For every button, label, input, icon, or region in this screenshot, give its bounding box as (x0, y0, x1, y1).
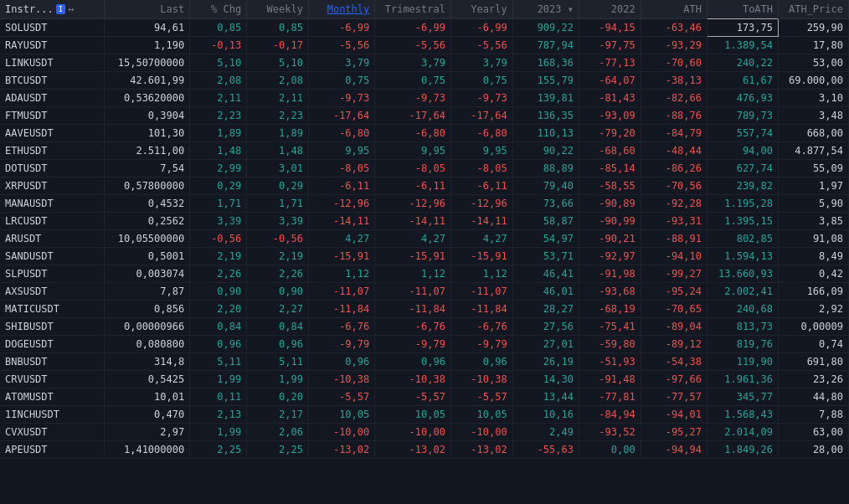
cell-trimestral: -15,91 (375, 248, 451, 265)
cell-athprice: 8,49 (779, 248, 849, 265)
cell-trimestral: 1,12 (375, 265, 451, 283)
header-last[interactable]: Last (105, 0, 190, 19)
cell-athprice: 7,88 (779, 406, 849, 424)
cell-athprice: 53,00 (779, 54, 849, 72)
table-row[interactable]: 1INCHUSDT0,4702,132,1710,0510,0510,0510,… (0, 406, 849, 424)
cell-yearly: -14,11 (450, 213, 512, 230)
cell-weekly: 0,20 (247, 388, 309, 406)
cell-pchg: 0,96 (190, 336, 247, 353)
cell-monthly: -14,11 (308, 213, 374, 230)
cell-toath: 173,75 (708, 19, 779, 37)
cell-2023: 28,27 (512, 301, 579, 318)
header-yearly[interactable]: Yearly (450, 0, 512, 19)
cell-monthly: -6,11 (308, 177, 374, 195)
cell-weekly: 2,06 (247, 424, 309, 441)
table-row[interactable]: SANDUSDT0,50012,192,19-15,91-15,91-15,91… (0, 248, 849, 265)
cell-2022: -77,13 (579, 54, 641, 72)
table-row[interactable]: SOLUSDT94,610,850,85-6,99-6,99-6,99909,2… (0, 19, 849, 37)
cell-yearly: -5,57 (450, 388, 512, 406)
table-row[interactable]: LINKUSDT15,507000005,105,103,793,793,791… (0, 54, 849, 72)
cell-trimestral: -11,07 (375, 283, 451, 301)
header-ath[interactable]: ATH (641, 0, 707, 19)
cell-trimestral: 0,96 (375, 353, 451, 371)
table-row[interactable]: SLPUSDT0,0030742,262,261,121,121,1246,41… (0, 265, 849, 283)
cell-instr: RAYUSDT (0, 37, 105, 54)
cell-yearly: 4,27 (450, 230, 512, 248)
table-header-row: Instr... I ↔ Last % Chg Weekly Monthly T… (0, 0, 849, 19)
cell-last: 0,00000966 (105, 318, 190, 336)
table-row[interactable]: ADAUSDT0,536200002,112,11-9,73-9,73-9,73… (0, 90, 849, 107)
cell-weekly: 5,11 (247, 353, 309, 371)
cell-athprice: 44,80 (779, 388, 849, 406)
cell-athprice: 2,92 (779, 301, 849, 318)
cell-2022: 0,00 (579, 441, 641, 459)
table-row[interactable]: MANAUSDT0,45321,711,71-12,96-12,96-12,96… (0, 195, 849, 213)
table-row[interactable]: MATICUSDT0,8562,202,27-11,84-11,84-11,84… (0, 301, 849, 318)
table-row[interactable]: DOTUSDT7,542,993,01-8,05-8,05-8,0588,89-… (0, 160, 849, 177)
cell-instr: SANDUSDT (0, 248, 105, 265)
cell-yearly: 0,75 (450, 72, 512, 90)
header-instr[interactable]: Instr... I ↔ (0, 0, 105, 19)
cell-last: 0,856 (105, 301, 190, 318)
cell-pchg: 1,89 (190, 125, 247, 142)
cell-athprice: 166,09 (779, 283, 849, 301)
table-row[interactable]: ETHUSDT2.511,001,481,489,959,959,9590,22… (0, 142, 849, 160)
cell-athprice: 3,85 (779, 213, 849, 230)
cell-toath: 345,77 (708, 388, 779, 406)
cell-athprice: 69.000,00 (779, 72, 849, 90)
cell-last: 0,57800000 (105, 177, 190, 195)
table-row[interactable]: CVXUSDT2,971,992,06-10,00-10,00-10,002,4… (0, 424, 849, 441)
cell-2022: -90,21 (579, 230, 641, 248)
table-row[interactable]: CRVUSDT0,54251,991,99-10,38-10,38-10,381… (0, 371, 849, 388)
cell-ath: -84,79 (641, 125, 707, 142)
cell-weekly: 2,27 (247, 301, 309, 318)
header-athprice[interactable]: ATH_Price (779, 0, 849, 19)
table-row[interactable]: ARUSDT10,05500000-0,56-0,564,274,274,275… (0, 230, 849, 248)
cell-ath: -88,91 (641, 230, 707, 248)
table-row[interactable]: SHIBUSDT0,000009660,840,84-6,76-6,76-6,7… (0, 318, 849, 336)
cell-instr: BTCUSDT (0, 72, 105, 90)
header-pchg[interactable]: % Chg (190, 0, 247, 19)
filter-icon[interactable]: I (56, 4, 65, 14)
header-monthly[interactable]: Monthly (308, 0, 374, 19)
table-row[interactable]: DOGEUSDT0,0808000,960,96-9,79-9,79-9,792… (0, 336, 849, 353)
cell-yearly: -5,56 (450, 37, 512, 54)
table-row[interactable]: BNBUSDT314,85,115,110,960,960,9626,19-51… (0, 353, 849, 371)
header-2023[interactable]: 2023 ▾ (512, 0, 579, 19)
table-row[interactable]: AXSUSDT7,870,900,90-11,07-11,07-11,0746,… (0, 283, 849, 301)
cell-yearly: -9,73 (450, 90, 512, 107)
cell-last: 42.601,99 (105, 72, 190, 90)
cell-pchg: 1,99 (190, 424, 247, 441)
cell-trimestral: 0,75 (375, 72, 451, 90)
cell-pchg: 5,11 (190, 353, 247, 371)
cell-last: 7,87 (105, 283, 190, 301)
cell-weekly: 1,71 (247, 195, 309, 213)
cell-toath: 61,67 (708, 72, 779, 90)
cell-weekly: -0,56 (247, 230, 309, 248)
header-weekly[interactable]: Weekly (247, 0, 309, 19)
header-trimestral[interactable]: Trimestral (375, 0, 451, 19)
cell-monthly: 3,79 (308, 54, 374, 72)
table-row[interactable]: AAVEUSDT101,301,891,89-6,80-6,80-6,80110… (0, 125, 849, 142)
cell-instr: SOLUSDT (0, 19, 105, 37)
table-row[interactable]: BTCUSDT42.601,992,082,080,750,750,75155,… (0, 72, 849, 90)
table-row[interactable]: LRCUSDT0,25623,393,39-14,11-14,11-14,115… (0, 213, 849, 230)
header-toath[interactable]: ToATH (708, 0, 779, 19)
cell-2022: -97,75 (579, 37, 641, 54)
cell-monthly: -13,02 (308, 441, 374, 459)
table-row[interactable]: XRPUSDT0,578000000,290,29-6,11-6,11-6,11… (0, 177, 849, 195)
cell-toath: 1.195,28 (708, 195, 779, 213)
cell-yearly: -13,02 (450, 441, 512, 459)
cell-weekly: 2,26 (247, 265, 309, 283)
cell-instr: LRCUSDT (0, 213, 105, 230)
header-2022[interactable]: 2022 (579, 0, 641, 19)
cell-2022: -77,81 (579, 388, 641, 406)
cell-pchg: -0,56 (190, 230, 247, 248)
cell-athprice: 0,74 (779, 336, 849, 353)
table-row[interactable]: RAYUSDT1,190-0,13-0,17-5,56-5,56-5,56787… (0, 37, 849, 54)
table-row[interactable]: APEUSDT1,410000002,252,25-13,02-13,02-13… (0, 441, 849, 459)
cell-2022: -68,19 (579, 301, 641, 318)
cell-trimestral: 9,95 (375, 142, 451, 160)
table-row[interactable]: ATOMUSDT10,010,110,20-5,57-5,57-5,5713,4… (0, 388, 849, 406)
table-row[interactable]: FTMUSDT0,39042,232,23-17,64-17,64-17,641… (0, 107, 849, 125)
